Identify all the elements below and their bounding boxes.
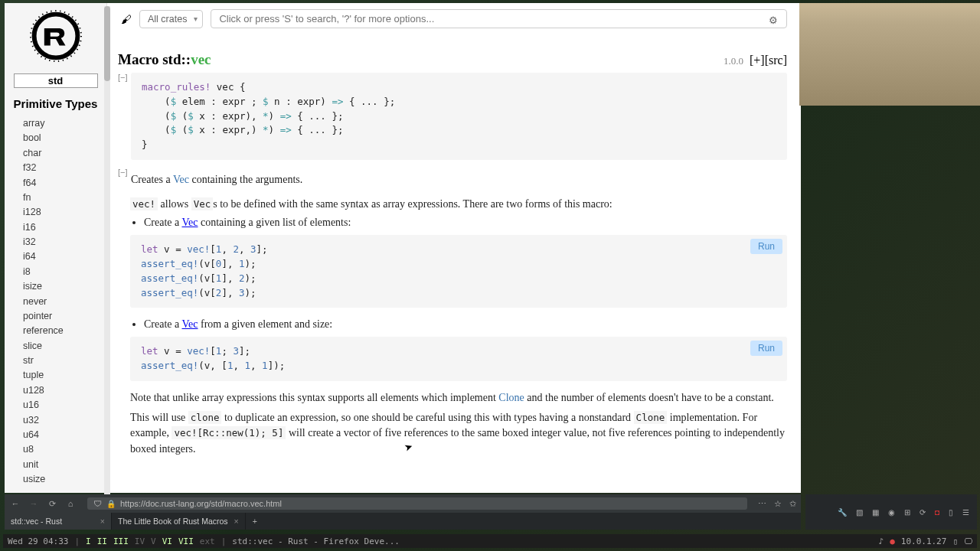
theme-icon[interactable]: 🖌	[121, 13, 132, 25]
vec-type-link[interactable]: Vec	[173, 174, 189, 185]
collapse-toggle[interactable]: [−]	[118, 168, 129, 192]
tray-icon[interactable]: ▦	[872, 508, 879, 517]
inline-code: vec![Rc::new(1); 5]	[172, 426, 286, 439]
workspace-3[interactable]: III	[113, 536, 129, 546]
sidebar: std Primitive Types array bool char f32 …	[5, 3, 107, 493]
crate-name-box[interactable]: std	[14, 73, 98, 88]
clone-trait-link[interactable]: Clone	[498, 392, 524, 403]
svg-point-0	[34, 15, 77, 58]
sidebar-item[interactable]: isize	[23, 279, 106, 294]
sidebar-item[interactable]: i8	[23, 265, 106, 279]
sidebar-item[interactable]: bool	[23, 131, 106, 145]
back-icon[interactable]: ←	[9, 499, 21, 508]
sidebar-item[interactable]: u64	[23, 428, 106, 442]
source-link[interactable]: [src]	[765, 54, 787, 67]
sidebar-item[interactable]: u16	[23, 398, 106, 412]
expand-all[interactable]: [+]	[750, 54, 765, 67]
browser-tabs: std::vec - Rust× The Little Book of Rust…	[5, 513, 801, 530]
tray-icon[interactable]: ◘	[935, 508, 939, 517]
reader-icon[interactable]: ☆	[774, 499, 782, 509]
sidebar-item[interactable]: i16	[23, 220, 106, 235]
new-tab-button[interactable]: +	[246, 513, 264, 530]
sidebar-item[interactable]: str	[23, 354, 106, 368]
settings-icon[interactable]: ⚙	[769, 15, 778, 26]
close-icon[interactable]: ×	[100, 517, 105, 526]
sidebar-heading: Primitive Types	[14, 97, 98, 110]
run-button[interactable]: Run	[750, 341, 782, 356]
run-button[interactable]: Run	[750, 239, 782, 254]
vec-type-link[interactable]: Vec	[182, 318, 198, 330]
workspace-7[interactable]: VII	[178, 536, 194, 546]
taskbar: Wed 29 04:33 | I II III IV V VI VII ext …	[3, 534, 977, 548]
sidebar-item[interactable]: u32	[23, 413, 106, 428]
rust-logo[interactable]	[29, 9, 83, 66]
tray-icon[interactable]: ♪	[879, 536, 884, 546]
more-icon[interactable]: ⋯	[758, 499, 766, 509]
sidebar-item[interactable]: i128	[23, 205, 106, 220]
example-code-2: Runlet v = vec![1; 3]; assert_eq!(v, [1,…	[130, 337, 787, 381]
shield-icon: 🛡	[93, 499, 102, 508]
bookmark-icon[interactable]: ✩	[789, 499, 796, 509]
sidebar-item[interactable]: f64	[23, 176, 106, 191]
browser-tab[interactable]: std::vec - Rust×	[5, 513, 112, 530]
ip-address: 10.0.1.27	[901, 536, 947, 546]
list-item: Create a Vec from a given element and si…	[144, 318, 787, 331]
menu-icon[interactable]: ☰	[962, 508, 969, 517]
page-title: Macro std::vec	[118, 51, 211, 68]
tray-icon[interactable]: ▯	[949, 508, 953, 517]
workspace-5[interactable]: V	[151, 536, 156, 546]
inline-code: clone	[188, 411, 222, 424]
close-icon[interactable]: ×	[234, 517, 239, 526]
webcam-overlay	[799, 3, 980, 106]
tray-icon[interactable]: ◉	[888, 508, 895, 517]
clock: Wed 29 04:33	[8, 536, 68, 546]
tray-icon[interactable]: ▧	[856, 508, 863, 517]
sidebar-item[interactable]: unit	[23, 458, 106, 472]
crate-select[interactable]: All crates	[139, 10, 203, 28]
window-title: std::vec - Rust - Firefox Deve...	[232, 536, 400, 546]
sidebar-item[interactable]: char	[23, 146, 106, 161]
sidebar-item[interactable]: i32	[23, 235, 106, 249]
tray-icon[interactable]: 🔧	[838, 508, 847, 517]
sidebar-item[interactable]: never	[23, 295, 106, 309]
vec-type-link[interactable]: Vec	[182, 217, 198, 228]
browser-tab[interactable]: The Little Book of Rust Macros×	[112, 513, 246, 530]
title-right: 1.0.0 [+][src]	[724, 54, 787, 67]
sidebar-item[interactable]: array	[23, 116, 106, 131]
inline-code: Clone	[634, 411, 668, 424]
sidebar-item[interactable]: slice	[23, 339, 106, 354]
forward-icon[interactable]: →	[28, 499, 40, 508]
tray-icon[interactable]: 🖵	[964, 536, 972, 546]
page-title-bar: Macro std::vec 1.0.0 [+][src]	[107, 36, 801, 73]
sidebar-item[interactable]: u8	[23, 442, 106, 457]
reload-icon[interactable]: ⟳	[46, 499, 58, 509]
sidebar-list: array bool char f32 f64 fn i128 i16 i32 …	[5, 116, 106, 487]
sidebar-item[interactable]: usize	[23, 472, 106, 487]
url-box[interactable]: 🛡 🔒 https://doc.rust-lang.org/std/macro.…	[87, 497, 747, 510]
home-icon[interactable]: ⌂	[64, 499, 77, 508]
workspace-2[interactable]: II	[97, 536, 107, 546]
workspace-4[interactable]: IV	[135, 536, 145, 546]
workspace-1[interactable]: I	[86, 536, 91, 546]
sidebar-item[interactable]: fn	[23, 191, 106, 205]
workspace-ext[interactable]: ext	[200, 536, 215, 546]
workspace-6[interactable]: VI	[162, 536, 172, 546]
system-tray: 🔧 ▧ ▦ ◉ ⊞ ⟳ ◘ ▯ ☰	[805, 494, 977, 530]
macro-definition-code: macro_rules! vec { ($ elem : expr ; $ n …	[131, 73, 787, 160]
inline-code: vec!	[130, 197, 158, 210]
sidebar-item[interactable]: u128	[23, 383, 106, 398]
doc-body: [−] macro_rules! vec { ($ elem : expr ; …	[107, 73, 801, 457]
sidebar-item[interactable]: f32	[23, 161, 106, 175]
tray-icon[interactable]: ●	[890, 536, 895, 546]
tray-icon[interactable]: ⟳	[920, 508, 926, 517]
collapse-toggle[interactable]: [−]	[118, 73, 129, 82]
tray-icon[interactable]: ⊞	[904, 508, 910, 517]
search-input[interactable]	[211, 9, 787, 28]
sidebar-item[interactable]: tuple	[23, 368, 106, 383]
sidebar-item[interactable]: pointer	[23, 309, 106, 324]
sidebar-item[interactable]: reference	[23, 324, 106, 338]
sidebar-item[interactable]: i64	[23, 249, 106, 264]
tray-icon[interactable]: ▯	[952, 536, 958, 546]
top-toolbar: 🖌 All crates ⚙	[107, 9, 801, 36]
rustdoc-window: std Primitive Types array bool char f32 …	[5, 3, 801, 493]
